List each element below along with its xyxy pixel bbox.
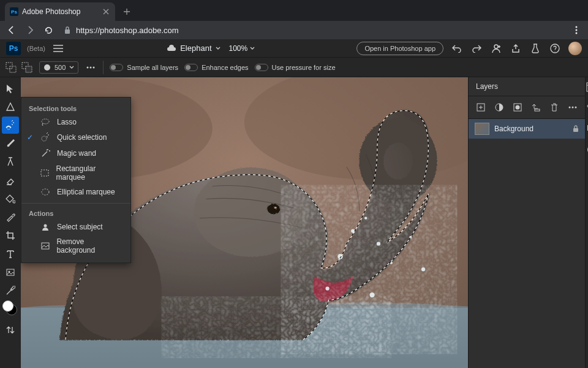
adjustment-layer-button[interactable] — [493, 101, 505, 113]
svg-point-29 — [377, 242, 380, 245]
transform-tool[interactable] — [2, 98, 19, 115]
browser-tab-active[interactable]: Ps Adobe Photoshop — [5, 2, 115, 21]
svg-point-3 — [576, 33, 578, 34]
tab-title: Adobe Photoshop — [22, 7, 80, 16]
move-tool[interactable] — [2, 80, 19, 97]
svg-point-12 — [90, 66, 92, 68]
canvas-area[interactable]: Selection tools Lasso ✓ Quick selection … — [21, 77, 468, 368]
svg-point-34 — [325, 286, 329, 290]
layers-panel-tab[interactable]: Layers — [469, 77, 585, 96]
svg-rect-6 — [6, 63, 12, 69]
svg-point-2 — [576, 29, 578, 31]
layer-row-background[interactable]: Background — [469, 119, 585, 139]
flyout-item-ellipse-marquee[interactable]: Elliptical marquee — [21, 185, 130, 199]
svg-point-49 — [575, 107, 577, 109]
svg-rect-46 — [535, 109, 540, 111]
eraser-tool[interactable] — [2, 172, 19, 189]
quick-selection-tool[interactable] — [2, 117, 19, 134]
eyedropper-tool[interactable] — [2, 209, 19, 226]
toggle-icon — [110, 64, 123, 71]
redo-button[interactable] — [470, 42, 483, 55]
svg-point-21 — [194, 167, 309, 256]
add-to-selection-icon[interactable] — [5, 61, 17, 74]
svg-point-11 — [87, 66, 89, 68]
new-tab-button[interactable] — [119, 4, 135, 20]
reload-button[interactable] — [42, 23, 55, 37]
use-pressure-toggle[interactable]: Use pressure for size — [255, 64, 336, 71]
beta-label: (Beta) — [27, 45, 45, 52]
svg-rect-38 — [41, 170, 48, 176]
svg-point-22 — [267, 204, 280, 214]
svg-point-40 — [44, 224, 47, 228]
clone-stamp-tool[interactable] — [2, 153, 19, 171]
svg-point-39 — [42, 189, 49, 195]
more-options-button[interactable] — [85, 61, 97, 74]
beaker-icon[interactable] — [529, 42, 541, 55]
clip-layer-button[interactable] — [530, 101, 542, 113]
sample-all-layers-toggle[interactable]: Sample all layers — [110, 64, 178, 71]
lock-icon — [64, 26, 71, 34]
zoom-text: 100% — [229, 44, 248, 53]
toggle-icon — [255, 64, 268, 71]
share-icon[interactable] — [510, 42, 522, 55]
url-field[interactable]: https://photoshop.adobe.com — [61, 26, 564, 35]
magic-wand-icon — [40, 148, 51, 158]
ps-logo-icon[interactable]: Ps — [6, 42, 21, 55]
hamburger-menu-button[interactable] — [51, 42, 65, 55]
crop-tool[interactable] — [2, 227, 19, 244]
svg-point-48 — [572, 107, 574, 109]
forward-button[interactable] — [23, 23, 37, 37]
tool-options-bar: 500 Sample all layers Enhance edges Use … — [0, 58, 588, 77]
chevron-down-icon — [250, 47, 255, 50]
brush-tool[interactable] — [2, 135, 19, 152]
svg-point-23 — [274, 206, 276, 209]
undo-button[interactable] — [451, 42, 463, 55]
adjustments-panel-icon[interactable] — [586, 102, 588, 114]
swap-colors-tool[interactable] — [2, 321, 19, 339]
divider — [103, 61, 104, 74]
back-button[interactable] — [5, 23, 18, 37]
color-swatches[interactable] — [2, 301, 18, 316]
remove-background-icon — [40, 242, 51, 250]
place-image-tool[interactable] — [2, 264, 19, 281]
flyout-item-rect-marquee[interactable]: Rectangular marquee — [21, 161, 130, 185]
ellipse-marquee-icon — [40, 188, 51, 196]
flyout-item-remove-bg[interactable]: Remove background — [21, 234, 130, 258]
zoom-dropdown[interactable]: 100% — [229, 44, 255, 53]
enhance-edges-toggle[interactable]: Enhance edges — [184, 64, 248, 71]
properties-panel-icon[interactable] — [586, 81, 588, 93]
flyout-item-lasso[interactable]: Lasso — [21, 115, 130, 129]
layer-options-button[interactable] — [567, 101, 579, 113]
flyout-item-magic-wand[interactable]: Magic wand — [21, 145, 130, 161]
help-icon[interactable] — [549, 42, 561, 55]
collapsed-panels-rail — [585, 77, 588, 368]
invite-icon[interactable] — [490, 42, 502, 55]
color-picker-tool[interactable] — [2, 282, 19, 299]
new-layer-button[interactable] — [475, 101, 487, 113]
foreground-color-swatch[interactable] — [2, 301, 13, 312]
select-subject-icon — [40, 223, 51, 231]
open-in-app-button[interactable]: Open in Photoshop app — [356, 42, 443, 55]
cloud-icon — [167, 45, 176, 52]
comments-panel-icon[interactable] — [586, 123, 588, 135]
app-title-bar: Ps (Beta) Elephant 100% Open in Photosho… — [0, 39, 588, 58]
close-tab-icon[interactable] — [103, 9, 109, 15]
info-panel-icon[interactable] — [586, 144, 588, 156]
flyout-item-select-subject[interactable]: Select subject — [21, 220, 130, 234]
flyout-item-quick-selection[interactable]: ✓ Quick selection — [21, 129, 130, 145]
subtract-from-selection-icon[interactable] — [21, 61, 33, 74]
brush-size-dropdown[interactable]: 500 — [39, 61, 78, 74]
type-tool[interactable] — [2, 245, 19, 263]
lock-icon[interactable] — [573, 125, 579, 132]
flyout-section-title: Selection tools — [21, 102, 130, 115]
document-name-dropdown[interactable]: Elephant — [167, 44, 220, 53]
user-avatar[interactable] — [568, 42, 582, 55]
browser-menu-button[interactable] — [570, 26, 583, 34]
layer-mask-button[interactable] — [511, 101, 524, 113]
delete-layer-button[interactable] — [548, 101, 560, 113]
fill-tool[interactable] — [2, 190, 19, 207]
layer-name: Background — [494, 125, 533, 133]
toggle-icon — [184, 64, 198, 71]
chevron-down-icon — [69, 66, 74, 69]
svg-point-1 — [576, 26, 578, 28]
